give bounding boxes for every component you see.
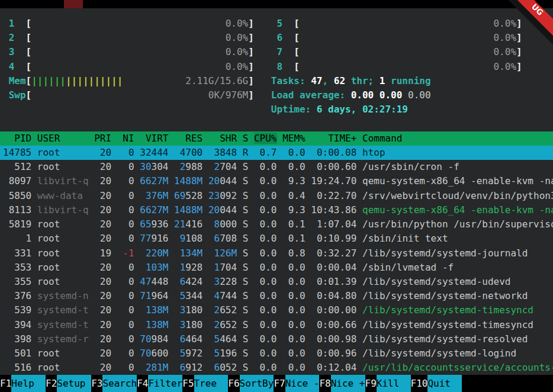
fkey-setup[interactable]: F2Setup: [46, 375, 91, 392]
priority-cell: 20: [94, 161, 111, 172]
meter-close-bracket: ]: [248, 46, 254, 57]
cpu-meter-value: 0.0%: [226, 32, 249, 43]
process-row[interactable]: 512 root 20 0 30304 2988 2704 S 0.0 0.0 …: [0, 160, 553, 174]
column-header-shr[interactable]: SHR: [208, 133, 237, 144]
cpu-meter-7: 7 [ 0.0%]: [271, 46, 522, 57]
process-row[interactable]: 516 root 20 0 281M 6912 6052 S 0.0 0.0 0…: [0, 361, 553, 375]
process-row[interactable]: 14785 root 20 0 32444 4700 3848 R 0.7 0.…: [0, 146, 553, 160]
time-cell: 0:00.08: [311, 147, 356, 158]
cpu-meter-value: 0.0%: [493, 18, 516, 29]
top-overlay-strip: [0, 0, 553, 8]
column-header-pid[interactable]: PID: [3, 133, 31, 144]
mem-percent-cell: 0.0: [282, 262, 306, 273]
process-row[interactable]: 394 systemd-t 20 0 138M 3180 2652 S 0.0 …: [0, 318, 553, 332]
cpu-percent-cell: 0.0: [254, 161, 277, 172]
column-header-mem[interactable]: MEM%: [282, 133, 306, 144]
fkey-label: F5: [182, 375, 194, 392]
process-row[interactable]: 1 root 20 0 77916 9108 6708 S 0.0 0.1 0:…: [0, 232, 553, 246]
process-row[interactable]: 5819 root 20 0 65936 21416 8000 S 0.0 0.…: [0, 217, 553, 232]
time-cell: 0:32.27: [311, 248, 356, 259]
res-cell: 134M: [174, 248, 202, 259]
process-row[interactable]: 376 systemd-n 20 0 71964 5344 4744 S 0.0…: [0, 289, 553, 303]
process-row[interactable]: 331 root 19 -1 220M 134M 126M S 0.0 0.8 …: [0, 246, 553, 261]
mem-percent-cell: 0.0: [282, 319, 306, 330]
column-header-user[interactable]: USER: [37, 133, 89, 144]
cpu-meter-value: 0.0%: [226, 61, 249, 72]
process-row[interactable]: 539 systemd-t 20 0 138M 3180 2652 S 0.0 …: [0, 303, 553, 317]
fkey-action-label: Tree: [194, 375, 229, 392]
fkey-nice+[interactable]: F8Nice +: [319, 375, 365, 392]
mem-percent-cell: 0.0: [282, 304, 306, 316]
nice-cell: 0: [117, 219, 134, 230]
cpu-meter-id: 1: [9, 18, 15, 29]
meter-close-bracket: ]: [248, 18, 254, 29]
process-row[interactable]: 398 systemd-r 20 0 70984 6464 5464 S 0.0…: [0, 332, 553, 346]
column-header-s[interactable]: S: [243, 133, 249, 144]
process-row[interactable]: 353 root 20 0 103M 1928 1704 S 0.0 0.0 0…: [0, 261, 553, 275]
priority-cell: 20: [94, 219, 111, 230]
fkey-action-label: SortBy: [240, 375, 274, 392]
shr-cell: 23: [208, 190, 220, 201]
column-header-ni[interactable]: NI: [117, 133, 134, 144]
column-header-virt[interactable]: VIRT: [140, 133, 168, 144]
column-header-command[interactable]: Command: [362, 133, 402, 144]
priority-cell: 19: [94, 248, 111, 259]
priority-cell: 20: [94, 190, 111, 201]
meter-open-bracket: [: [26, 32, 32, 43]
column-header-time[interactable]: TIME+: [311, 133, 356, 144]
shr-cell: 126M: [208, 248, 237, 259]
time-cell: 0:00.98: [311, 333, 356, 345]
state-cell: S: [243, 304, 249, 316]
command-cell: /usr/bin/python /usr/bin/superviso: [362, 219, 553, 230]
column-header-pri[interactable]: PRI: [94, 133, 111, 144]
priority-cell: 20: [94, 175, 111, 187]
pid-cell: 516: [3, 362, 31, 373]
column-header-cpu[interactable]: CPU%: [254, 133, 277, 144]
fkey-action-label: Quit: [427, 375, 462, 392]
state-cell: S: [243, 276, 249, 287]
command-cell: /usr/sbin/cron -f: [362, 161, 459, 172]
column-header-res[interactable]: RES: [174, 133, 202, 144]
priority-cell: 20: [94, 147, 111, 158]
fkey-kill[interactable]: F9Kill: [365, 375, 411, 392]
mem-percent-cell: 0.4: [282, 190, 306, 201]
user-cell: libvirt-q: [37, 175, 89, 187]
fkey-nice-[interactable]: F7Nice -: [274, 375, 319, 392]
cpu-meter-value: 0.0%: [226, 46, 249, 57]
function-key-bar: F1Help F2Setup F3SearchF4FilterF5Tree F6…: [0, 375, 553, 392]
process-row[interactable]: 8113 libvirt-q 20 0 6627M 1488M 20044 S …: [0, 203, 553, 217]
state-cell: S: [243, 190, 249, 201]
shr-cell: 6: [208, 362, 220, 373]
user-cell: libvirt-q: [37, 204, 89, 216]
shr-cell: 1: [208, 262, 220, 273]
res-cell: 9: [174, 233, 185, 244]
fkey-tree[interactable]: F5Tree: [182, 375, 228, 392]
fkey-label: F6: [228, 375, 239, 392]
process-row[interactable]: 5850 www-data 20 0 376M 69528 23092 S 0.…: [0, 189, 553, 203]
mem-percent-cell: 0.0: [282, 362, 306, 373]
cpu-meter-6: 6 [ 0.0%]: [271, 32, 522, 43]
process-row[interactable]: 8097 libvirt-q 20 0 6627M 1488M 20044 S …: [0, 174, 553, 188]
fkey-search[interactable]: F3Search: [91, 375, 137, 392]
fkey-action-label: Search: [102, 375, 137, 392]
process-row[interactable]: 501 root 20 0 70600 5972 5196 S 0.0 0.0 …: [0, 346, 553, 361]
fkey-help[interactable]: F1Help: [0, 375, 46, 392]
cpu-meter-1: 1 [ 0.0%]: [3, 18, 254, 29]
fkey-filter[interactable]: F4Filter: [137, 375, 182, 392]
pid-cell: 8097: [3, 175, 31, 187]
meter-open-bracket: [: [26, 61, 32, 72]
user-cell: root: [37, 147, 89, 158]
virt-cell: 6627M: [140, 175, 168, 187]
time-cell: 0:00.04: [311, 262, 356, 273]
memory-bar-used: ||||||: [31, 75, 66, 86]
fkey-quit[interactable]: F10Quit: [411, 375, 462, 392]
fkey-label: F7: [274, 375, 285, 392]
fkey-label: F3: [91, 375, 102, 392]
res-cell: 1: [174, 262, 185, 273]
process-row[interactable]: 355 root 20 0 47448 6424 3228 S 0.0 0.0 …: [0, 275, 553, 289]
fkey-sortby[interactable]: F6SortBy: [228, 375, 274, 392]
command-cell: /usr/lib/accountsservice/accounts-: [362, 362, 553, 373]
nice-cell: 0: [117, 319, 134, 330]
fkey-action-label: Nice -: [285, 375, 320, 392]
user-cell: systemd-n: [37, 290, 89, 301]
